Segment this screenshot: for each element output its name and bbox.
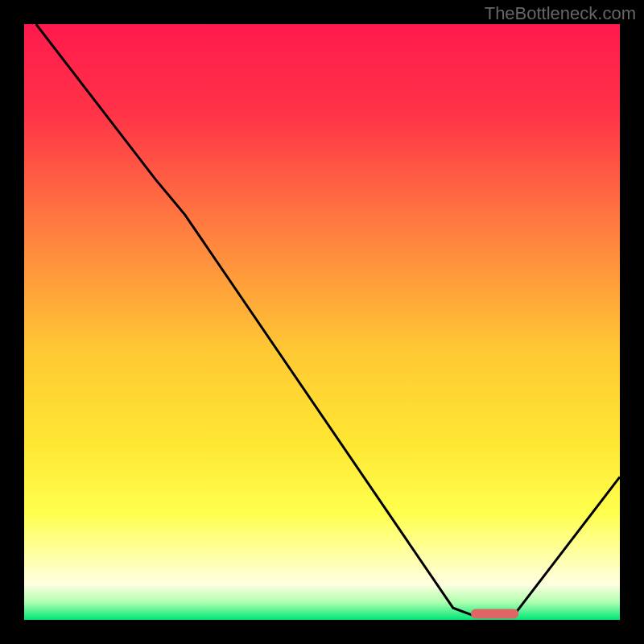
optimal-marker xyxy=(471,609,518,619)
chart-plot-area xyxy=(24,24,620,620)
watermark-text: TheBottleneck.com xyxy=(485,3,636,24)
chart-svg xyxy=(24,24,620,620)
gradient-background xyxy=(24,24,620,620)
